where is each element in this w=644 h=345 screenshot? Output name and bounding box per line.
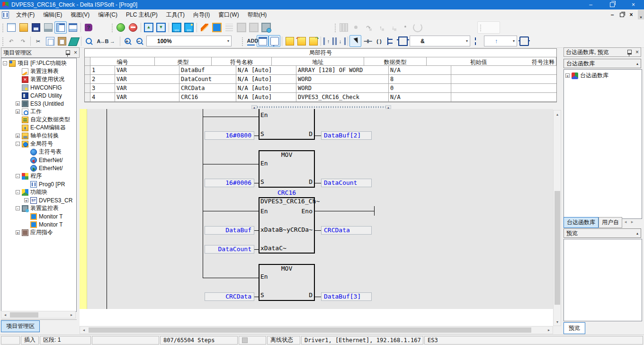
close-icon[interactable]: × [635, 49, 639, 55]
scroll-thumb[interactable] [555, 191, 560, 305]
operand-input-box[interactable]: DataBuf [205, 226, 254, 235]
operand-output-box[interactable]: DataBuf[2] [321, 131, 372, 140]
zoom-out-button[interactable]: − [134, 35, 145, 47]
pin-icon[interactable] [627, 50, 632, 54]
print-button[interactable] [42, 21, 54, 34]
table-row[interactable]: 3 VAR CRCData N/A [Auto] WORD 0 [85, 84, 556, 93]
scroll-thumb[interactable] [89, 327, 531, 333]
tree-item-monitor-table-2[interactable]: Monitor T [1, 220, 76, 228]
logic-gate-combo[interactable]: & ▾ [410, 36, 470, 46]
tree-item-device-monitor-table[interactable]: - 装置监控表 [1, 204, 76, 212]
tree-toggle[interactable]: - [16, 174, 20, 178]
scroll-down-icon[interactable]: ▾ [554, 318, 561, 325]
close-icon[interactable]: × [74, 50, 77, 55]
coil-tool-button[interactable]: ( ) [373, 35, 385, 47]
operand-input-box[interactable]: 16#0006 [205, 179, 254, 187]
window-close-button[interactable]: × [623, 0, 644, 9]
reset-simulator-button[interactable] [411, 21, 424, 34]
check-program-button[interactable] [223, 21, 235, 34]
undo-button[interactable]: ↶ [5, 35, 17, 47]
tree-item-device-comment-table[interactable]: 装置注释表 [1, 67, 76, 75]
program-vscrollbar[interactable]: ▴ ▾ [553, 110, 561, 326]
cell-initial-value[interactable]: N/A [389, 93, 451, 102]
cell-number[interactable]: 4 [90, 93, 115, 102]
cell-comment[interactable] [451, 93, 556, 102]
previous-bookmark-button[interactable] [295, 35, 307, 47]
block-tool-button[interactable] [518, 35, 530, 47]
menu-tools[interactable]: 工具(T) [162, 9, 189, 20]
mov-block-2[interactable]: MOV En S D [259, 150, 315, 188]
cell-class[interactable]: VAR [115, 93, 179, 102]
edit-register-button[interactable] [198, 21, 211, 34]
arrow-tool-combo[interactable]: ↑ ▾ [484, 36, 517, 46]
run-plc-button[interactable] [115, 21, 127, 34]
network-tool-button[interactable] [385, 35, 397, 47]
tab-scroll-right-icon[interactable]: ▸ [629, 217, 635, 227]
cell-type[interactable]: ARRAY [128] OF WORD [296, 66, 389, 75]
window-restore-button[interactable] [601, 0, 623, 9]
network-monitor-button[interactable] [260, 21, 272, 34]
cell-address[interactable]: N/A [Auto] [236, 75, 296, 84]
scroll-thumb[interactable] [10, 312, 38, 318]
column-header[interactable]: 符号注释 [530, 57, 556, 66]
delete-button[interactable] [68, 35, 80, 47]
tree-item-ecam-editor[interactable]: E-CAM编辑器 [1, 124, 76, 132]
tree-toggle[interactable]: - [16, 206, 20, 210]
table-row[interactable]: 1 VAR DataBuf N/A [Auto] ARRAY [128] OF … [85, 66, 556, 75]
cell-identifier[interactable]: DataBuf [179, 66, 236, 75]
tree-item-dvpes3-crc16-fb[interactable]: + ST DVPES3_CR [1, 196, 76, 204]
tab-delta-library[interactable]: 台达函数库 [564, 217, 599, 228]
open-project-button[interactable] [18, 21, 30, 34]
cell-address[interactable]: N/A [Auto] [236, 84, 296, 93]
download-button[interactable] [155, 21, 167, 34]
operand-input-box[interactable]: CRCData [205, 292, 254, 301]
menu-edit[interactable]: 编辑(E) [39, 9, 66, 20]
contact-tool-button[interactable]: ⊣⊢ [361, 35, 373, 47]
redo-button[interactable]: ↷ [17, 35, 29, 47]
cell-class[interactable]: VAR [115, 66, 179, 75]
paste-button[interactable] [56, 35, 68, 47]
cell-identifier[interactable]: CRC16 [179, 93, 236, 102]
menu-file[interactable]: 文件(F) [12, 9, 39, 20]
tree-item-ethernet-2[interactable]: EtherNet/ [1, 164, 76, 172]
mov-block-3[interactable]: MOV En S D [259, 264, 315, 301]
collapse-up-icon[interactable]: ▴ [251, 105, 257, 109]
project-view-toggle-button[interactable] [54, 21, 67, 34]
cell-initial-value[interactable]: 0 [389, 84, 451, 93]
help-book-button[interactable]: ? [82, 21, 95, 34]
copy-button[interactable] [44, 35, 56, 47]
vertical-line-tool-button[interactable] [471, 35, 483, 47]
device-monitor-button[interactable] [170, 21, 183, 34]
mov-block-1[interactable]: En S D [259, 109, 315, 140]
cell-address[interactable]: N/A [Auto] [236, 93, 296, 102]
menu-help[interactable]: 帮助(H) [243, 9, 271, 20]
pin-icon[interactable] [66, 50, 70, 55]
debug-monitor-alt-button[interactable] [248, 21, 260, 34]
scroll-right-icon[interactable]: ▸ [546, 327, 552, 333]
menu-plc-host[interactable]: PLC 主机(P) [122, 9, 162, 20]
bookmark-button[interactable] [284, 35, 295, 47]
cell-address[interactable]: N/A [Auto] [236, 66, 296, 75]
step-into-button[interactable]: ↓ [387, 21, 399, 34]
tree-item-hwconfig[interactable]: HWCONFIG [1, 83, 76, 91]
cell-comment[interactable] [451, 75, 556, 84]
tree-item-tasks[interactable]: + 工作 [1, 108, 76, 116]
library-section-header[interactable]: 台达函数库 ▴ [564, 59, 641, 68]
menu-window[interactable]: 窗口(W) [214, 9, 243, 20]
simulator-button[interactable] [338, 21, 350, 34]
tree-toggle[interactable]: + [16, 109, 20, 114]
new-project-button[interactable] [5, 21, 18, 34]
column-header[interactable]: 符号名称 [212, 57, 272, 66]
tree-item-delta-library[interactable]: + 台达函数库 [564, 72, 642, 80]
cell-type[interactable]: WORD [296, 75, 389, 84]
tree-item-ethernet-1[interactable]: EtherNet/ [1, 156, 76, 164]
column-header[interactable]: 地址 [272, 57, 364, 66]
fb-instance-label[interactable]: CRC16 [259, 190, 315, 196]
tree-item-global-symbols[interactable]: - 全局符号 [1, 140, 76, 148]
tree-item-device-usage[interactable]: ✕ 装置使用状况 [1, 75, 76, 83]
crc16-function-block[interactable]: DVPES3_CRC16_Ch~ En Eno xDataB~ yCRCDa~ … [259, 197, 315, 254]
zoom-in-button[interactable]: + [122, 35, 134, 47]
column-header[interactable]: 编号 [90, 57, 155, 66]
column-header[interactable]: 类型 [155, 57, 212, 66]
tree-toggle[interactable]: + [16, 134, 20, 138]
